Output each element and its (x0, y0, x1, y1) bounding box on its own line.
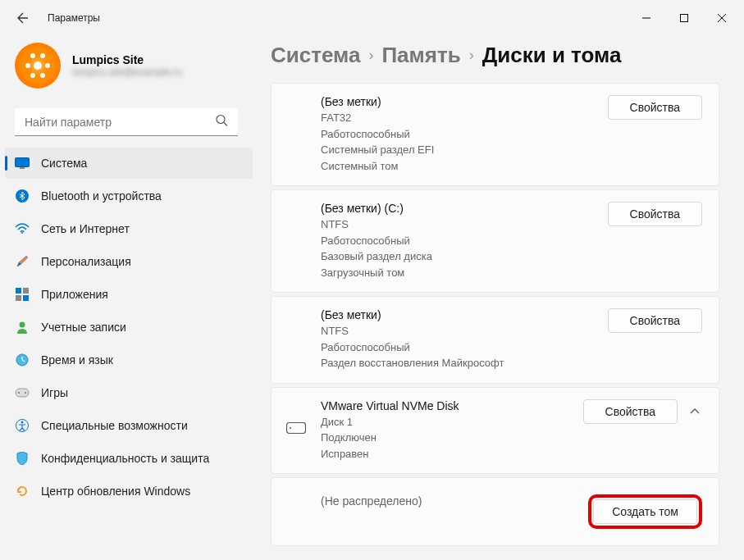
profile[interactable]: Lumpics Site lumpics.site@example.ru (0, 36, 253, 102)
nav-label: Bluetooth и устройства (41, 189, 162, 203)
avatar (15, 43, 61, 89)
volume-title: (Без метки) (321, 95, 595, 108)
update-icon (15, 484, 30, 499)
profile-name: Lumpics Site (72, 53, 182, 66)
unallocated-card: (Не распределено) Создать том (271, 477, 719, 546)
svg-rect-17 (287, 422, 306, 433)
volume-title: (Без метки) (C:) (321, 202, 595, 215)
back-button[interactable] (13, 8, 33, 28)
svg-rect-8 (16, 295, 21, 301)
nav-personalization[interactable]: Персонализация (5, 246, 253, 277)
close-button[interactable] (703, 5, 741, 31)
nav-label: Приложения (41, 288, 108, 301)
nav-label: Учетные записи (41, 321, 126, 334)
close-icon (718, 14, 726, 22)
svg-rect-3 (20, 167, 25, 169)
nav-label: Сеть и Интернет (41, 222, 130, 235)
svg-point-5 (21, 232, 23, 234)
profile-email: lumpics.site@example.ru (72, 66, 182, 78)
volume-card: (Без метки) (C:) NTFSРаботоспособныйБазо… (271, 189, 719, 293)
display-icon (15, 156, 30, 171)
svg-rect-12 (16, 389, 29, 397)
svg-rect-2 (16, 158, 30, 167)
chevron-up-icon (689, 406, 701, 417)
disk-title: VMware Virtual NVMe Disk (321, 399, 570, 412)
maximize-button[interactable] (665, 5, 703, 31)
svg-rect-6 (16, 288, 21, 294)
nav-system[interactable]: Система (5, 148, 253, 179)
nav-label: Конфиденциальность и защита (41, 452, 209, 465)
nav-privacy[interactable]: Конфиденциальность и защита (5, 443, 253, 474)
disk-icon (286, 422, 306, 439)
search-icon (216, 115, 228, 130)
breadcrumb: Система › Память › Диски и тома (271, 43, 719, 68)
nav: Система Bluetooth и устройства Сеть и Ин… (0, 148, 253, 507)
nav-label: Специальные возможности (41, 419, 188, 432)
properties-button[interactable]: Свойства (608, 308, 702, 333)
brush-icon (15, 254, 30, 269)
gamepad-icon (15, 385, 30, 400)
volume-details: NTFSРаботоспособныйБазовый раздел дискаЗ… (321, 216, 595, 280)
breadcrumb-system[interactable]: Система (271, 43, 360, 68)
unallocated-title: (Не распределено) (321, 494, 575, 508)
volume-card: (Без метки) FAT32РаботоспособныйСистемны… (271, 83, 719, 186)
breadcrumb-storage[interactable]: Память (381, 43, 460, 68)
window-title: Параметры (48, 12, 100, 24)
bluetooth-icon (15, 189, 30, 203)
disk-details: Диск 1ПодключенИсправен (321, 414, 570, 462)
main: Система › Память › Диски и тома (Без мет… (262, 36, 744, 560)
svg-point-1 (217, 116, 225, 124)
accessibility-icon (15, 418, 30, 433)
nav-label: Персонализация (41, 255, 131, 268)
nav-label: Центр обновления Windows (41, 485, 190, 498)
sidebar: Lumpics Site lumpics.site@example.ru Сис… (0, 36, 262, 560)
svg-point-16 (21, 421, 24, 424)
svg-point-10 (20, 322, 25, 328)
nav-label: Игры (41, 386, 68, 399)
properties-button[interactable]: Свойства (583, 399, 678, 424)
nav-time[interactable]: Время и язык (5, 344, 253, 376)
breadcrumb-current: Диски и тома (482, 43, 622, 68)
svg-point-13 (18, 392, 20, 394)
volume-details: FAT32РаботоспособныйСистемный раздел EFI… (321, 110, 595, 174)
properties-button[interactable]: Свойства (608, 95, 702, 120)
shield-icon (15, 451, 30, 466)
nav-accessibility[interactable]: Специальные возможности (5, 410, 253, 441)
clock-icon (15, 353, 30, 367)
nav-label: Система (41, 157, 87, 170)
person-icon (15, 320, 30, 335)
titlebar: Параметры (0, 0, 744, 36)
highlight-annotation: Создать том (588, 494, 702, 529)
nav-gaming[interactable]: Игры (5, 377, 253, 408)
nav-network[interactable]: Сеть и Интернет (5, 213, 253, 244)
minimize-button[interactable] (628, 5, 665, 31)
nav-apps[interactable]: Приложения (5, 279, 253, 310)
svg-rect-0 (681, 15, 688, 22)
volume-card: (Без метки) NTFSРаботоспособныйРаздел во… (271, 296, 719, 384)
svg-point-14 (25, 392, 26, 394)
nav-accounts[interactable]: Учетные записи (5, 312, 253, 343)
disk-card: VMware Virtual NVMe Disk Диск 1Подключен… (271, 387, 719, 475)
search (15, 108, 238, 136)
properties-button[interactable]: Свойства (608, 202, 702, 226)
arrow-left-icon (16, 11, 30, 25)
nav-label: Время и язык (41, 353, 113, 367)
volume-title: (Без метки) (321, 308, 595, 321)
create-volume-button[interactable]: Создать том (593, 499, 697, 524)
minimize-icon (642, 14, 650, 22)
nav-bluetooth[interactable]: Bluetooth и устройства (5, 180, 253, 212)
maximize-icon (680, 14, 688, 22)
chevron-right-icon: › (469, 47, 474, 64)
svg-point-18 (290, 427, 291, 429)
volume-details: NTFSРаботоспособныйРаздел восстановления… (321, 323, 595, 371)
svg-rect-9 (23, 295, 29, 301)
nav-update[interactable]: Центр обновления Windows (5, 476, 253, 507)
svg-rect-7 (23, 288, 29, 294)
search-input[interactable] (15, 108, 238, 136)
collapse-button[interactable] (687, 406, 702, 417)
apps-icon (15, 287, 30, 302)
chevron-right-icon: › (368, 47, 373, 64)
wifi-icon (15, 221, 30, 236)
